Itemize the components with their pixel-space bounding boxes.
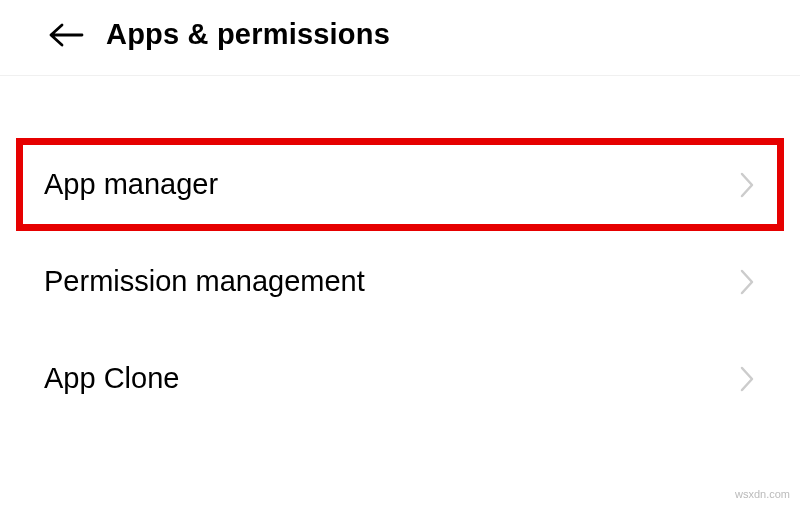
- page-title: Apps & permissions: [106, 18, 390, 51]
- back-button[interactable]: [48, 19, 88, 51]
- chevron-right-icon: [738, 169, 756, 201]
- back-arrow-icon: [48, 21, 84, 49]
- chevron-right-icon: [738, 363, 756, 395]
- list-item-label: App manager: [44, 168, 218, 201]
- settings-list: App manager Permission management App Cl…: [0, 76, 800, 427]
- list-item-app-manager[interactable]: App manager: [0, 136, 800, 233]
- watermark: wsxdn.com: [735, 488, 790, 500]
- list-item-label: Permission management: [44, 265, 365, 298]
- list-item-permission-management[interactable]: Permission management: [0, 233, 800, 330]
- list-item-app-clone[interactable]: App Clone: [0, 330, 800, 427]
- header: Apps & permissions: [0, 0, 800, 76]
- chevron-right-icon: [738, 266, 756, 298]
- list-item-label: App Clone: [44, 362, 179, 395]
